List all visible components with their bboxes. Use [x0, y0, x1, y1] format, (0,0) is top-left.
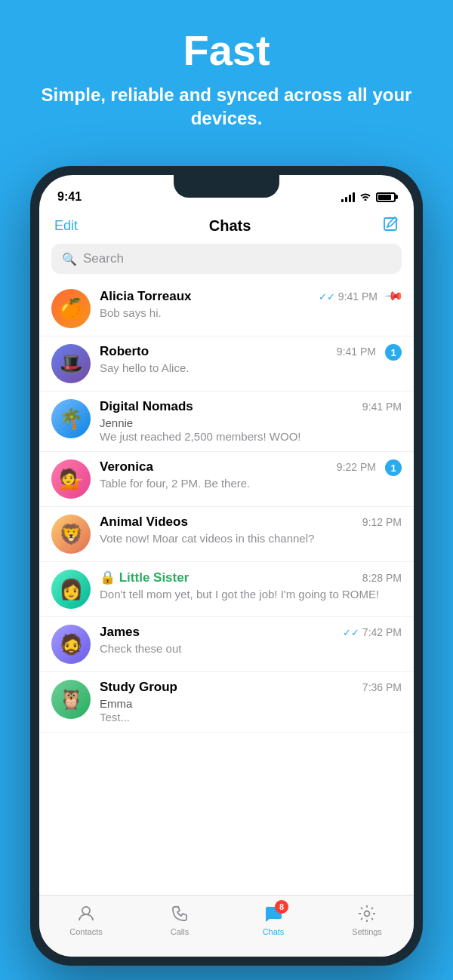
phone-screen: 9:41 Edit Chats	[39, 175, 414, 957]
chat-preview: Don't tell mom yet, but I got the job! I…	[100, 588, 402, 601]
pin-icon: 📌	[384, 286, 405, 307]
compose-button[interactable]	[382, 216, 399, 236]
avatar: 👩	[51, 570, 91, 609]
chat-preview-wrap: Bob says hi.	[100, 306, 378, 320]
tab-badge: 8	[275, 900, 288, 914]
list-item[interactable]: 🦉 Study Group 7:36 PM EmmaTest...	[39, 672, 414, 733]
search-bar[interactable]: 🔍 Search	[51, 244, 402, 274]
chat-preview: Vote now! Moar cat videos in this channe…	[100, 532, 402, 545]
chat-name: Animal Videos	[100, 515, 188, 530]
chat-content: 🔒 Little Sister 8:28 PM Don't tell mom y…	[100, 570, 402, 601]
tab-label: Chats	[263, 927, 285, 936]
chat-content: Digital Nomads 9:41 PM JennieWe just rea…	[100, 399, 402, 444]
chat-top-row: Alicia Torreaux ✓✓9:41 PM	[100, 289, 378, 304]
chat-preview-wrap: Vote now! Moar cat videos in this channe…	[100, 532, 402, 545]
chat-time: 7:36 PM	[362, 681, 402, 693]
chat-right: 📌	[387, 289, 402, 303]
tab-settings[interactable]: Settings	[320, 903, 414, 936]
double-check-icon: ✓✓	[343, 627, 359, 638]
list-item[interactable]: 💁 Veronica 9:22 PM Table for four, 2 PM.…	[39, 452, 414, 507]
chat-top-row: James ✓✓7:42 PM	[100, 625, 402, 640]
hero-section: Fast Simple, reliable and synced across …	[0, 0, 453, 148]
chat-preview-wrap: Don't tell mom yet, but I got the job! I…	[100, 588, 402, 601]
chat-top-row: Digital Nomads 9:41 PM	[100, 399, 402, 414]
chat-preview: Test...	[100, 711, 130, 723]
notch	[174, 175, 279, 198]
list-item[interactable]: 🦁 Animal Videos 9:12 PM Vote now! Moar c…	[39, 507, 414, 562]
tab-calls[interactable]: Calls	[133, 903, 226, 936]
signal-icon	[341, 192, 355, 202]
avatar: 🦉	[51, 680, 91, 719]
phone-icon	[169, 903, 190, 924]
chats-title: Chats	[209, 217, 251, 235]
svg-point-1	[82, 907, 90, 914]
chat-time: 9:41 PM	[362, 401, 402, 413]
chat-name: Roberto	[100, 344, 149, 359]
list-item[interactable]: 🎩 Roberto 9:41 PM Say hello to Alice. 1	[39, 336, 414, 392]
chat-sender: Emma	[100, 697, 132, 710]
unread-badge: 1	[385, 459, 402, 476]
status-icons	[341, 191, 396, 203]
list-item[interactable]: 🌴 Digital Nomads 9:41 PM JennieWe just r…	[39, 392, 414, 452]
chat-content: Roberto 9:41 PM Say hello to Alice.	[100, 344, 376, 375]
battery-icon	[376, 192, 396, 202]
chat-preview: Bob says hi.	[100, 306, 162, 319]
list-item[interactable]: 🧔 James ✓✓7:42 PM Check these out	[39, 617, 414, 672]
svg-point-2	[365, 911, 370, 917]
chat-content: Veronica 9:22 PM Table for four, 2 PM. B…	[100, 459, 376, 490]
chat-content: Alicia Torreaux ✓✓9:41 PM Bob says hi.	[100, 289, 378, 320]
chat-time: ✓✓7:42 PM	[343, 626, 402, 638]
chat-preview-wrap: Check these out	[100, 642, 402, 656]
list-item[interactable]: 🍊 Alicia Torreaux ✓✓9:41 PM Bob says hi.…	[39, 281, 414, 336]
chat-name: Digital Nomads	[100, 399, 193, 414]
avatar: 🦁	[51, 515, 91, 554]
chat-top-row: Roberto 9:41 PM	[100, 344, 376, 359]
chat-name: Study Group	[100, 680, 177, 695]
chat-name: James	[100, 625, 140, 640]
status-time: 9:41	[57, 190, 82, 204]
chat-content: Study Group 7:36 PM EmmaTest...	[100, 680, 402, 724]
chat-right: 1	[385, 459, 402, 476]
tab-contacts[interactable]: Contacts	[39, 903, 133, 936]
hero-title: Fast	[30, 27, 423, 74]
tab-label: Calls	[171, 927, 189, 936]
chat-right: 1	[385, 344, 402, 361]
chat-top-row: Animal Videos 9:12 PM	[100, 515, 402, 530]
phone-frame: 9:41 Edit Chats	[30, 166, 423, 966]
wifi-icon	[359, 191, 371, 203]
unread-badge: 1	[385, 344, 402, 361]
gear-icon	[356, 903, 378, 924]
chat-preview-wrap: Say hello to Alice.	[100, 361, 376, 375]
avatar: 🍊	[51, 289, 91, 328]
chat-top-row: 🔒 Little Sister 8:28 PM	[100, 570, 402, 585]
chat-time: 9:22 PM	[337, 461, 376, 473]
chat-name: 🔒 Little Sister	[100, 570, 189, 585]
tab-chats[interactable]: 8 Chats	[226, 903, 320, 936]
chat-preview: Check these out	[100, 642, 181, 655]
avatar: 🎩	[51, 344, 91, 383]
chat-preview-wrap: EmmaTest...	[100, 697, 402, 724]
list-item[interactable]: 👩 🔒 Little Sister 8:28 PM Don't tell mom…	[39, 562, 414, 617]
chat-name: Alicia Torreaux	[100, 289, 192, 304]
search-input: Search	[83, 251, 124, 266]
chat-preview: Table for four, 2 PM. Be there.	[100, 477, 250, 490]
edit-button[interactable]: Edit	[54, 218, 78, 234]
chat-preview-wrap: JennieWe just reached 2,500 members! WOO…	[100, 416, 402, 444]
chat-list: 🍊 Alicia Torreaux ✓✓9:41 PM Bob says hi.…	[39, 281, 414, 895]
avatar: 💁	[51, 459, 91, 499]
chat-sender: Jennie	[100, 416, 133, 429]
tab-bar: Contacts Calls 8 Chats Settings	[39, 895, 414, 957]
search-icon: 🔍	[62, 252, 77, 266]
double-check-icon: ✓✓	[319, 291, 335, 303]
chat-preview: We just reached 2,500 members! WOO!	[100, 430, 301, 443]
tab-label: Settings	[352, 927, 382, 936]
chat-content: James ✓✓7:42 PM Check these out	[100, 625, 402, 656]
person-icon	[76, 903, 97, 924]
chat-name: Veronica	[100, 459, 153, 475]
app-header: Edit Chats	[39, 213, 414, 244]
chat-time: 8:28 PM	[362, 572, 402, 584]
chat-time: 9:12 PM	[362, 516, 402, 528]
chat-preview: Say hello to Alice.	[100, 361, 189, 374]
tab-label: Contacts	[69, 927, 102, 936]
bubble-icon: 8	[263, 903, 284, 924]
